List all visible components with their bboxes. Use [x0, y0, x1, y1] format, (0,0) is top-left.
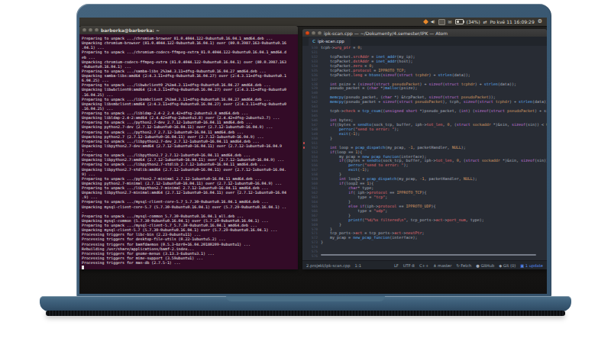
atom-window-title: ipk-scan.cpp — ~/Dokumenty/4.semester/IP…: [324, 31, 448, 36]
git-icon: ◆: [499, 263, 502, 268]
status-item-label: GitHub: [480, 263, 494, 268]
network-session-icon[interactable]: ⇄: [483, 18, 487, 26]
atom-window[interactable]: ipk-scan.cpp — ~/Dokumenty/4.semester/IP…: [302, 29, 547, 269]
status-item-master[interactable]: ⋔master: [433, 263, 451, 268]
status-item-lf[interactable]: LF: [394, 263, 399, 268]
atom-minimize-button[interactable]: [312, 31, 315, 35]
terminal-minimize-button[interactable]: [89, 28, 92, 32]
terminal-body[interactable]: Preparing to unpack .../chromium-browser…: [79, 34, 298, 269]
updates-icon: ▣: [520, 263, 524, 268]
terminal-line: Unpacking chromium-browser (81.0.4044.12…: [82, 40, 298, 45]
terminal-close-button[interactable]: [82, 28, 86, 32]
horizontal-scrollbar[interactable]: [321, 254, 536, 256]
terminal-line: Unpacking chromium-codecs-ffmpeg-extra (…: [82, 60, 298, 64]
laptop-mockup: ◀) ✉ (34%) ⇄ Po kvě 11 16:09:29 ⚙ barbor…: [0, 0, 611, 364]
atom-maximize-button[interactable]: [318, 31, 322, 35]
terminal-line: Unpacking samba-libs:amd64 (2:4.3.11+dfs…: [82, 73, 298, 78]
keyboard-indicator-icon[interactable]: [438, 19, 445, 25]
clock[interactable]: Po kvě 11 16:09:29: [490, 18, 535, 26]
terminal-line: Unpacking libpython2.7-stdlib:amd64 (2.7…: [82, 167, 298, 172]
laptop-base-edge: [46, 311, 565, 316]
terminal-window[interactable]: barborka@barborka: ~ Preparing to unpack…: [79, 26, 298, 269]
system-tray: ◀) ✉ (34%) ⇄ Po kvě 11 16:09:29 ⚙: [424, 18, 542, 26]
terminal-maximize-button[interactable]: [95, 28, 99, 32]
laptop-lid: ◀) ✉ (34%) ⇄ Po kvě 11 16:09:29 ⚙ barbor…: [76, 4, 551, 298]
status-item-label: 1 update: [525, 263, 543, 268]
code-editor[interactable]: 530tcph->urg_ptr = 0;531532 tcpPacket.sr…: [302, 46, 547, 260]
tab-label: ipk-scan.cpp: [318, 37, 344, 46]
laptop-base-notch: [226, 296, 385, 301]
terminal-line: Unpacking libpython2.7-minimal:amd64 (2.…: [82, 190, 298, 195]
screen: ◀) ✉ (34%) ⇄ Po kvě 11 16:09:29 ⚙ barbor…: [79, 18, 547, 294]
terminal-title: barborka@barborka: ~: [101, 27, 160, 33]
terminal-line: Unpacking libwbclient0:amd64 (2:4.3.11+d…: [82, 87, 298, 92]
status-item-label: C++: [419, 263, 428, 268]
status-item-c-[interactable]: C++: [419, 263, 428, 268]
battery-icon[interactable]: [455, 19, 464, 24]
terminal-line: Unpacking python2.7-dev (2.7.12-1ubuntu0…: [82, 124, 298, 129]
tab-ipk-scan[interactable]: C ipk-scan.cpp: [309, 37, 351, 46]
status-item-label: LF: [394, 263, 399, 268]
system-top-bar: ◀) ✉ (34%) ⇄ Po kvě 11 16:09:29 ⚙: [79, 18, 547, 26]
status-item-fetch[interactable]: ↻Fetch: [456, 263, 471, 268]
status-item-github[interactable]: ●GitHub: [476, 263, 494, 268]
line-number: 576: [302, 254, 321, 259]
github-icon: ●: [476, 263, 480, 268]
status-item-label: Git (0): [503, 263, 516, 268]
atom-tab-bar: C ipk-scan.cpp: [302, 37, 547, 46]
terminal-line: Preparing to unpack .../libsmbclient_2%3…: [82, 97, 298, 101]
status-item-label: master: [438, 263, 451, 268]
terminal-titlebar[interactable]: barborka@barborka: ~: [79, 26, 298, 34]
terminal-line: Unpacking mysql-client-core-5.7 (5.7.30-…: [82, 205, 298, 209]
status-item-label: UTF-8: [403, 263, 415, 268]
terminal-line: Preparing to unpack .../chromium-codecs-…: [82, 50, 298, 54]
status-item-1-update[interactable]: ▣1 update: [520, 263, 543, 268]
messaging-envelope-icon[interactable]: ✉: [448, 18, 452, 26]
battery-percent: (34%): [467, 18, 480, 26]
fetch-icon: ↻: [456, 263, 459, 268]
status-item-utf-8[interactable]: UTF-8: [403, 263, 415, 268]
terminal-line: Unpacking libpython2.7-dev:amd64 (2.7.12…: [82, 143, 298, 148]
atom-close-button[interactable]: [306, 31, 309, 35]
session-gear-icon[interactable]: ⚙: [538, 18, 542, 26]
status-file-path[interactable]: 2.projekt/ipk-scan.cpp: [306, 263, 351, 268]
branch-icon: ⋔: [433, 263, 436, 268]
status-item-git-0-[interactable]: ◆Git (0): [499, 263, 516, 268]
terminal-line: Preparing to unpack .../mysql-client-cor…: [82, 199, 298, 204]
atom-status-bar: 2.projekt/ipk-scan.cpp 1:1 LFUTF-8C++⋔ma…: [302, 260, 547, 269]
status-item-label: Fetch: [461, 263, 471, 268]
software-update-icon[interactable]: [423, 19, 428, 24]
terminal-line: Unpacking libsmbclient:amd64 (2:4.3.11+d…: [82, 101, 298, 106]
laptop-base: [40, 296, 571, 311]
c-file-icon: C: [312, 37, 315, 46]
status-cursor-position[interactable]: 1:1: [355, 263, 361, 268]
volume-icon[interactable]: ◀): [431, 18, 435, 26]
terminal-cursor: [82, 266, 84, 269]
terminal-line: Preparing to unpack .../libpython2.7-std…: [82, 162, 298, 166]
atom-titlebar[interactable]: ipk-scan.cpp — ~/Dokumenty/4.semester/IP…: [302, 29, 547, 37]
